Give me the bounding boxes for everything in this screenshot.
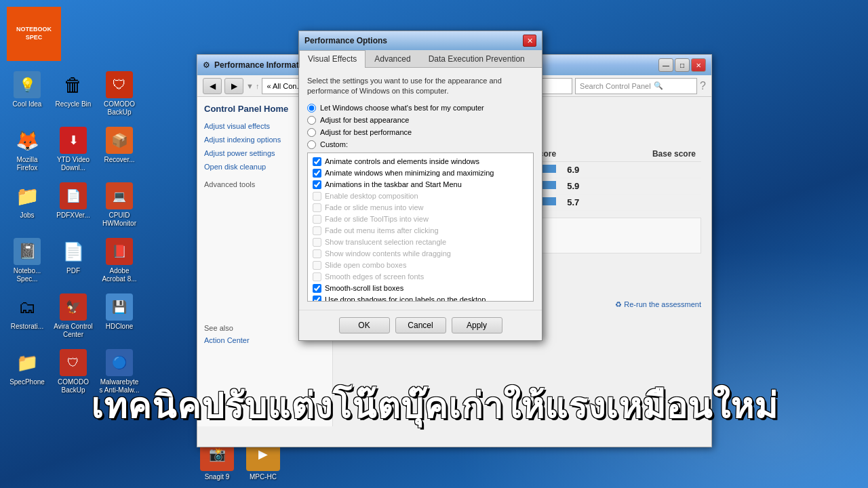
checkbox-animate-windows[interactable]: Animate windows when minimizing and maxi… xyxy=(311,167,530,179)
checkbox-label: Animations in the taskbar and Start Menu xyxy=(325,180,462,188)
forward-button[interactable]: ▶ xyxy=(224,78,243,94)
checkbox-label: Fade out menu items after clicking xyxy=(325,226,439,235)
minimize-button[interactable]: — xyxy=(658,58,673,72)
desktop-icon-label: COMODO BackUp xyxy=(53,378,94,394)
desktop-icon-label: HDClone xyxy=(106,323,134,331)
checkbox-fade-menu-items[interactable]: Fade out menu items after clicking xyxy=(311,225,530,237)
row-subscore: 6.9 xyxy=(561,162,701,178)
checkbox-drop-shadows[interactable]: Use drop shadows for icon labels on the … xyxy=(311,294,530,302)
desktop-icon-specphone[interactable]: 📁 SpecPhone xyxy=(7,349,47,394)
desktop-icon-pdf[interactable]: 📄 PDF xyxy=(53,238,94,283)
search-placeholder: Search Control Panel xyxy=(580,82,651,90)
checkbox-fade-slide-menus[interactable]: Fade or slide menus into view xyxy=(311,202,530,214)
desktop-icon-recover[interactable]: 📦 Recover... xyxy=(99,127,140,172)
checkbox-smooth-edges[interactable]: Smooth edges of screen fonts xyxy=(311,271,530,283)
checkbox-label: Smooth-scroll list boxes xyxy=(325,284,403,292)
ok-button[interactable]: OK xyxy=(339,317,390,333)
desktop-icon-recycle-bin[interactable]: 🗑 Recycle Bin xyxy=(53,71,94,117)
radio-best-performance[interactable]: Adjust for best performance xyxy=(307,128,534,137)
desktop-icon-pdfxver[interactable]: 📄 PDFXVer... xyxy=(53,182,94,228)
visual-effects-list[interactable]: Animate controls and elements inside win… xyxy=(307,152,534,302)
desktop-icon-hdclone[interactable]: 💾 HDClone xyxy=(99,293,140,339)
perf-dialog-titlebar: Performance Options ✕ xyxy=(299,31,542,50)
desktop-icon-area: NOTEBOOK SPEC 💡 Cool Idea 🗑 Recycle Bin … xyxy=(7,7,140,394)
radio-custom[interactable]: Custom: xyxy=(307,140,534,149)
row-subscore: 5.9 xyxy=(561,178,701,195)
tab-visual-effects[interactable]: Visual Effects xyxy=(299,50,366,68)
desktop-icon-label: Mozilla Firefox xyxy=(7,156,47,172)
performance-options-dialog: Performance Options ✕ Visual Effects Adv… xyxy=(298,30,542,341)
desktop-icon-label: Recover... xyxy=(104,156,134,164)
checkbox-label: Use drop shadows for icon labels on the … xyxy=(325,296,486,302)
desktop-icon-malwarebytes[interactable]: 🔵 Malwarebytes Anti-Malw... xyxy=(99,349,140,394)
desktop-icon-label: Notebo... Spec... xyxy=(7,267,47,283)
checkbox-slide-open-combo[interactable]: Slide open combo boxes xyxy=(311,260,530,271)
desktop-icon-label: Snagit 9 xyxy=(205,473,230,481)
desktop-icon-cpuid[interactable]: 💻 CPUID HWMonitor xyxy=(99,182,140,228)
checkbox-animate-controls[interactable]: Animate controls and elements inside win… xyxy=(311,156,530,167)
notebook-spec-line2: SPEC xyxy=(26,34,43,42)
radio-best-appearance[interactable]: Adjust for best appearance xyxy=(307,116,534,125)
desktop-icon-adobe[interactable]: 📕 Adobe Acrobat 8... xyxy=(99,238,140,283)
desktop-icon-jobs[interactable]: 📁 Jobs xyxy=(7,182,47,228)
cancel-button[interactable]: Cancel xyxy=(395,317,446,333)
checkbox-label: Fade or slide menus into view xyxy=(325,203,424,211)
radio-best-performance-input[interactable] xyxy=(307,128,316,137)
desktop-icon-label: Cool Idea xyxy=(13,100,42,108)
dialog-description: Select the settings you want to use for … xyxy=(307,76,534,97)
desktop-icon-notebook[interactable]: 📓 Notebo... Spec... xyxy=(7,238,47,283)
desktop-icon-label: YTD Video Downl... xyxy=(53,156,94,172)
tab-dep[interactable]: Data Execution Prevention xyxy=(420,50,534,67)
radio-let-windows-input[interactable] xyxy=(307,104,316,113)
radio-custom-label: Custom: xyxy=(320,140,348,148)
back-button[interactable]: ◀ xyxy=(203,78,222,94)
checkbox-animations-taskbar[interactable]: Animations in the taskbar and Start Menu xyxy=(311,179,530,190)
close-button[interactable]: ✕ xyxy=(691,58,706,72)
desktop-icon-label: Jobs xyxy=(20,211,34,220)
radio-best-appearance-input[interactable] xyxy=(307,116,316,125)
radio-let-windows[interactable]: Let Windows choose what's best for my co… xyxy=(307,104,534,113)
checkbox-smooth-scroll[interactable]: Smooth-scroll list boxes xyxy=(311,283,530,294)
checkbox-fade-slide-tooltips[interactable]: Fade or slide ToolTips into view xyxy=(311,214,530,225)
desktop-icon-comodo2[interactable]: 🛡 COMODO BackUp xyxy=(53,349,94,394)
desktop: NOTEBOOK SPEC 💡 Cool Idea 🗑 Recycle Bin … xyxy=(0,0,868,488)
desktop-icon-restoration[interactable]: 🗂 Restorati... xyxy=(7,293,47,339)
radio-best-appearance-label: Adjust for best appearance xyxy=(320,116,409,124)
perf-close-button[interactable]: ✕ xyxy=(523,35,536,47)
rerun-label: Re-run the assessment xyxy=(624,300,701,308)
search-box[interactable]: Search Control Panel 🔍 xyxy=(575,78,697,94)
checkbox-label: Animate windows when minimizing and maxi… xyxy=(325,169,494,177)
desktop-icon-label: PDFXVer... xyxy=(56,211,90,220)
radio-custom-input[interactable] xyxy=(307,140,316,149)
search-icon: 🔍 xyxy=(654,81,663,90)
desktop-icon-label: COMODO BackUp xyxy=(99,100,140,117)
checkbox-translucent-selection[interactable]: Show translucent selection rectangle xyxy=(311,237,530,248)
dialog-button-area: OK Cancel Apply xyxy=(299,310,542,340)
desktop-icon-label: PDF xyxy=(66,267,80,275)
address-text: « All Con... xyxy=(267,82,302,90)
checkbox-label: Enable desktop composition xyxy=(325,192,418,200)
maximize-button[interactable]: □ xyxy=(675,58,690,72)
radio-let-windows-label: Let Windows choose what's best for my co… xyxy=(320,104,484,112)
notebook-spec-line1: NOTEBOOK xyxy=(16,26,52,34)
tab-advanced[interactable]: Advanced xyxy=(366,50,419,67)
help-icon[interactable]: ? xyxy=(700,80,706,92)
dialog-tabs: Visual Effects Advanced Data Execution P… xyxy=(299,50,542,68)
apply-button[interactable]: Apply xyxy=(452,317,502,333)
rerun-assessment-link[interactable]: ♻ Re-run the assessment xyxy=(615,300,701,308)
desktop-icon-cool-idea[interactable]: 💡 Cool Idea xyxy=(7,71,47,117)
perf-dialog-title: Performance Options xyxy=(304,36,523,45)
desktop-icon-ytd[interactable]: ⬇ YTD Video Downl... xyxy=(53,127,94,172)
radio-best-performance-label: Adjust for best performance xyxy=(320,128,412,136)
checkbox-label: Show window contents while dragging xyxy=(325,249,451,258)
checkbox-desktop-composition[interactable]: Enable desktop composition xyxy=(311,190,530,202)
notebook-spec-logo[interactable]: NOTEBOOK SPEC xyxy=(7,7,61,61)
desktop-icon-mozilla[interactable]: 🦊 Mozilla Firefox xyxy=(7,127,47,172)
checkbox-show-window-contents[interactable]: Show window contents while dragging xyxy=(311,248,530,260)
desktop-icon-comodo-backup[interactable]: 🛡 COMODO BackUp xyxy=(99,71,140,117)
desktop-icon-label: CPUID HWMonitor xyxy=(99,211,140,228)
desktop-icon-avira[interactable]: 🦅 Avira Control Center xyxy=(53,293,94,339)
cp-window-icon: ⚙ xyxy=(203,60,210,70)
window-controls: — □ ✕ xyxy=(658,58,706,72)
row-subscore: 5.7 xyxy=(561,195,701,211)
